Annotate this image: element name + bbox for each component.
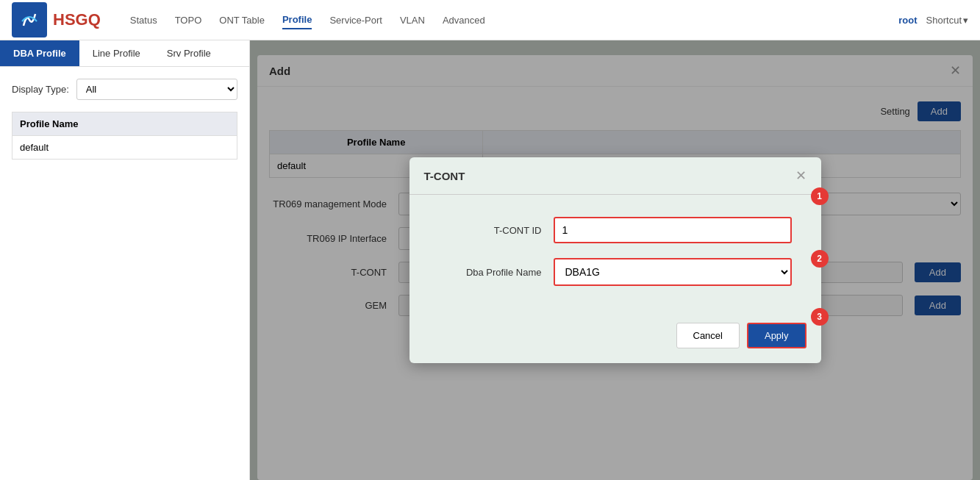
step2-badge: 2 [811, 250, 829, 268]
tcont-close-btn[interactable]: ✕ [795, 168, 806, 184]
profile-table: Profile Name default [12, 112, 237, 160]
tcont-id-row: T-CONT ID [439, 217, 792, 243]
main-area: DBA Profile Line Profile Srv Profile Dis… [0, 40, 980, 480]
display-type-label: Display Type: [12, 84, 69, 95]
profile-name-cell: default [12, 136, 237, 160]
tcont-apply-btn[interactable]: Apply [747, 323, 806, 348]
tcont-body: 1 T-CONT ID Dba Profile Name DBA1G [409, 195, 821, 315]
logo-icon [12, 2, 47, 37]
nav-service-port[interactable]: Service-Port [329, 12, 382, 29]
step3-badge: 3 [811, 308, 829, 326]
nav-vlan[interactable]: VLAN [400, 12, 425, 29]
nav-right: root Shortcut ▾ [898, 15, 968, 26]
tab-line-profile[interactable]: Line Profile [79, 40, 154, 66]
profile-tabs: DBA Profile Line Profile Srv Profile [0, 40, 249, 67]
tab-dba-profile[interactable]: DBA Profile [0, 40, 79, 66]
logo-area: HSGQ [12, 2, 101, 37]
sidebar: DBA Profile Line Profile Srv Profile Dis… [0, 40, 250, 480]
profile-name-header: Profile Name [12, 112, 237, 136]
dba-profile-row: Dba Profile Name DBA1G 2 [439, 258, 792, 286]
nav-user: root [898, 15, 917, 26]
tcont-modal: T-CONT ✕ 1 T-CONT ID Dba Profile [409, 157, 821, 363]
nav-profile[interactable]: Profile [282, 11, 312, 29]
logo-text: HSGQ [53, 10, 101, 29]
table-row[interactable]: default [12, 136, 237, 160]
right-content: Add ✕ Setting Add Profile Name [250, 40, 980, 480]
nav-ont-table[interactable]: ONT Table [219, 12, 265, 29]
nav-topo[interactable]: TOPO [175, 12, 202, 29]
tcont-id-label: T-CONT ID [439, 225, 542, 236]
nav-links: Status TOPO ONT Table Profile Service-Po… [130, 11, 899, 29]
tcont-modal-title: T-CONT [424, 170, 465, 182]
tab-srv-profile[interactable]: Srv Profile [154, 40, 224, 66]
dba-profile-label: Dba Profile Name [439, 267, 542, 278]
tcont-overlay: T-CONT ✕ 1 T-CONT ID Dba Profile [250, 40, 980, 480]
sidebar-body: Display Type: All Profile Name default [0, 67, 249, 171]
nav-advanced[interactable]: Advanced [443, 12, 485, 29]
top-navigation: HSGQ Status TOPO ONT Table Profile Servi… [0, 0, 980, 40]
nav-shortcut[interactable]: Shortcut ▾ [926, 15, 968, 26]
display-type-select[interactable]: All [76, 79, 237, 100]
tcont-cancel-btn[interactable]: Cancel [676, 323, 740, 348]
display-type-row: Display Type: All [12, 79, 237, 100]
tcont-footer: 3 Cancel Apply [409, 315, 821, 363]
tcont-modal-header: T-CONT ✕ [409, 157, 821, 195]
nav-status[interactable]: Status [130, 12, 157, 29]
tcont-id-input[interactable] [554, 217, 792, 243]
step1-badge: 1 [811, 187, 829, 205]
dba-profile-select[interactable]: DBA1G [554, 258, 792, 286]
